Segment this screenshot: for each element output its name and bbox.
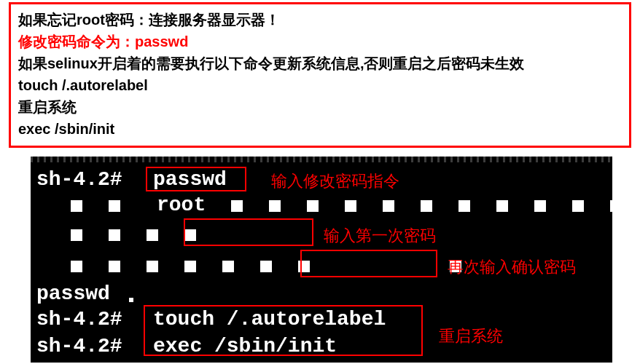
annotation-first-password: 输入第一次密码 [324, 225, 436, 247]
instruction-line-2: 修改密码命令为：passwd [18, 31, 622, 52]
terminal-passwd-confirm: passwd [36, 284, 110, 304]
instruction-box: 如果忘记root密码：连接服务器显示器！ 修改密码命令为：passwd 如果se… [9, 2, 631, 148]
terminal-dot-row-3 [71, 261, 336, 275]
terminal-prompt-1: sh-4.2# [36, 170, 122, 190]
terminal-dot-row-1 [71, 200, 147, 215]
terminal-prompt-2: sh-4.2# [36, 309, 122, 330]
highlight-box-passwd [146, 167, 246, 191]
terminal-top-border [31, 157, 612, 162]
instruction-line-1: 如果忘记root密码：连接服务器显示器！ [18, 9, 622, 31]
terminal-root-label: root [157, 195, 206, 215]
terminal-dot-row-1b [231, 200, 612, 215]
instruction-line-6: exec /sbin/init [18, 118, 622, 140]
terminal-screenshot: sh-4.2# passwd 输入修改密码指令 root 输入第一次密码 再次输… [31, 157, 612, 363]
instruction-line-3: 如果selinux开启着的需要执行以下命令更新系统信息,否则重启之后密码未生效 [18, 52, 622, 74]
annotation-restart: 重启系统 [439, 325, 503, 347]
terminal-dot-row-4 [129, 292, 139, 305]
highlight-box-first-password [184, 218, 313, 246]
annotation-passwd: 输入修改密码指令 [271, 170, 399, 192]
terminal-prompt-3: sh-4.2# [36, 336, 122, 357]
instruction-line-4: touch /.autorelabel [18, 74, 622, 96]
annotation-confirm-password: 再次输入确认密码 [448, 256, 576, 278]
highlight-box-confirm-password [300, 250, 437, 277]
instruction-line-5: 重启系统 [18, 96, 622, 118]
highlight-box-restart-cmds [144, 305, 423, 356]
